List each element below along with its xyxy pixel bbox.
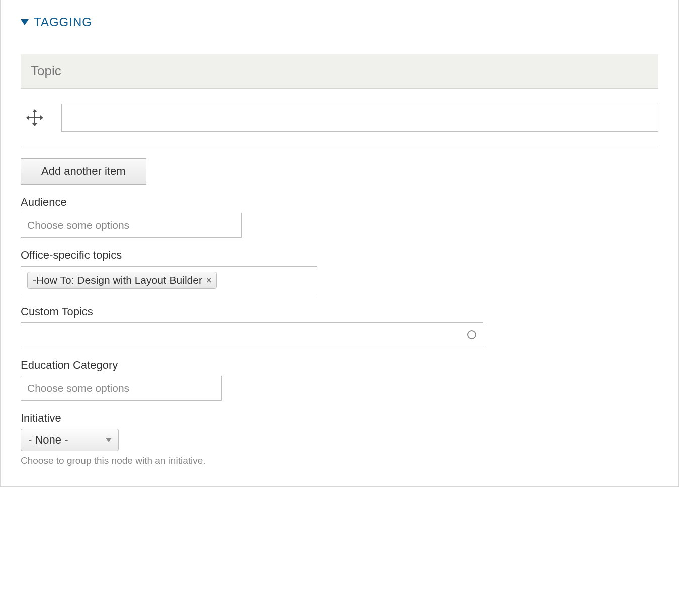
education-category-multiselect[interactable]: Choose some options: [21, 376, 222, 401]
autocomplete-throbber-icon: [467, 330, 476, 339]
office-topics-label: Office-specific topics: [21, 249, 658, 262]
education-category-field: Education Category Choose some options: [21, 359, 658, 401]
initiative-field: Initiative - None - Choose to group this…: [21, 412, 658, 466]
section-title: TAGGING: [34, 15, 92, 29]
custom-topics-input[interactable]: [21, 322, 483, 347]
add-another-item-button[interactable]: Add another item: [21, 158, 146, 185]
topic-input[interactable]: [61, 104, 658, 132]
drag-handle-icon[interactable]: [28, 111, 41, 124]
custom-topics-field: Custom Topics: [21, 305, 658, 347]
initiative-select-wrap: - None -: [21, 429, 119, 451]
tagging-panel: TAGGING Topic Add another item Audience …: [0, 0, 679, 487]
collapse-icon: [21, 19, 29, 25]
office-topic-chip: -How To: Design with Layout Builder ×: [27, 272, 217, 289]
audience-label: Audience: [21, 196, 658, 209]
topic-subheader: Topic: [21, 54, 658, 89]
chip-remove-icon[interactable]: ×: [206, 275, 212, 286]
audience-field: Audience Choose some options: [21, 196, 658, 238]
initiative-help-text: Choose to group this node with an initia…: [21, 455, 658, 466]
chevron-down-icon: [106, 438, 112, 442]
topic-row: [21, 89, 658, 147]
audience-multiselect[interactable]: Choose some options: [21, 213, 242, 238]
office-topics-multiselect[interactable]: -How To: Design with Layout Builder ×: [21, 266, 317, 294]
tagging-section-header[interactable]: TAGGING: [21, 15, 658, 29]
office-topics-field: Office-specific topics -How To: Design w…: [21, 249, 658, 294]
audience-placeholder: Choose some options: [27, 219, 129, 231]
custom-topics-label: Custom Topics: [21, 305, 658, 318]
education-category-placeholder: Choose some options: [27, 382, 129, 394]
initiative-select[interactable]: - None -: [21, 429, 119, 451]
education-category-label: Education Category: [21, 359, 658, 372]
initiative-label: Initiative: [21, 412, 658, 425]
custom-topics-wrap: [21, 322, 483, 347]
chip-label: -How To: Design with Layout Builder: [33, 274, 202, 286]
